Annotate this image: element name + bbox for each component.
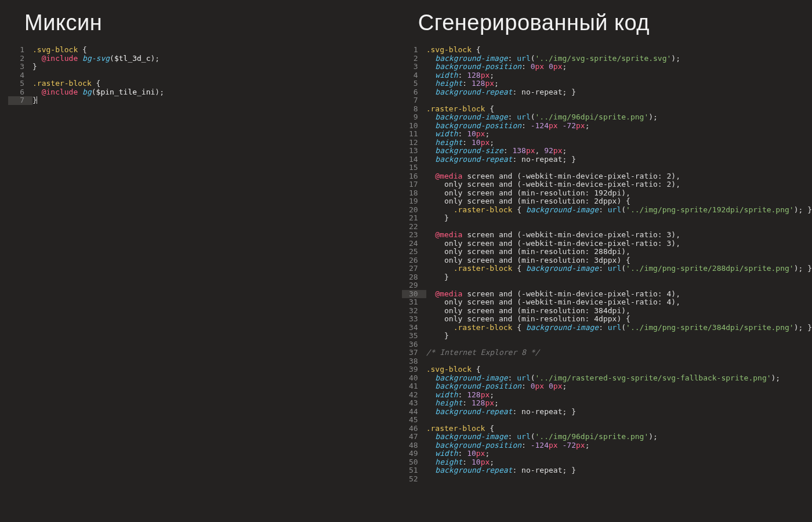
code-line[interactable]: 5 height: 128px;	[402, 79, 812, 88]
code-content[interactable]: background-image: url('../img/svg-sprite…	[426, 55, 812, 63]
code-line[interactable]: 6 background-repeat: no-repeat; }	[402, 88, 812, 97]
left-code-editor[interactable]: 1.svg-block {2 @include bg-svg($tl_3d_c)…	[0, 46, 394, 105]
code-line[interactable]: 19 only screen and (min-resolution: 2dpp…	[402, 197, 812, 206]
code-line[interactable]: 33 only screen and (min-resolution: 4dpp…	[402, 315, 812, 324]
code-line[interactable]: 26 only screen and (min-resolution: 3dpp…	[402, 256, 812, 265]
code-content[interactable]: background-position: -124px -72px;	[426, 441, 812, 450]
code-content[interactable]: .raster-block { background-image: url('.…	[426, 206, 812, 215]
code-content[interactable]: .svg-block {	[426, 46, 812, 55]
code-content[interactable]: background-image: url('../img/96dpi/spri…	[426, 113, 812, 122]
code-line[interactable]: 12 height: 10px;	[402, 139, 812, 147]
code-content[interactable]: only screen and (-webkit-min-device-pixe…	[426, 180, 812, 189]
code-content[interactable]: background-repeat: no-repeat; }	[426, 408, 812, 416]
code-line[interactable]: 46.raster-block {	[402, 425, 812, 433]
code-line[interactable]: 41 background-position: 0px 0px;	[402, 382, 812, 391]
code-content[interactable]: @media screen and (-webkit-min-device-pi…	[426, 172, 812, 181]
code-line[interactable]: 2 background-image: url('../img/svg-spri…	[402, 55, 812, 63]
code-line[interactable]: 37/* Internet Explorer 8 */	[402, 349, 812, 357]
code-content[interactable]: background-position: 0px 0px;	[426, 382, 812, 391]
code-line[interactable]: 27 .raster-block { background-image: url…	[402, 264, 812, 273]
code-content[interactable]: background-image: url('../img/96dpi/spri…	[426, 433, 812, 441]
code-content[interactable]: width: 10px;	[426, 449, 812, 458]
code-line[interactable]: 5.raster-block {	[8, 79, 394, 88]
code-line[interactable]: 16 @media screen and (-webkit-min-device…	[402, 172, 812, 181]
code-line[interactable]: 39.svg-block {	[402, 365, 812, 374]
code-line[interactable]: 8.raster-block {	[402, 105, 812, 114]
code-content[interactable]: @include bg-svg($tl_3d_c);	[32, 55, 394, 63]
code-line[interactable]: 51 background-repeat: no-repeat; }	[402, 466, 812, 475]
code-line[interactable]: 7}	[8, 96, 394, 105]
code-content[interactable]: background-size: 138px, 92px;	[426, 147, 812, 155]
code-line[interactable]: 40 background-image: url('../img/rastere…	[402, 374, 812, 383]
code-line[interactable]: 48 background-position: -124px -72px;	[402, 441, 812, 450]
code-line[interactable]: 34 .raster-block { background-image: url…	[402, 324, 812, 332]
code-content[interactable]: /* Internet Explorer 8 */	[426, 349, 812, 357]
code-line[interactable]: 44 background-repeat: no-repeat; }	[402, 408, 812, 416]
code-content[interactable]: background-position: 0px 0px;	[426, 63, 812, 71]
code-content[interactable]: background-repeat: no-repeat; }	[426, 155, 812, 164]
code-content[interactable]: @media screen and (-webkit-min-device-pi…	[426, 231, 812, 240]
code-line[interactable]: 30 @media screen and (-webkit-min-device…	[402, 290, 812, 299]
code-content[interactable]: height: 10px;	[426, 139, 812, 147]
code-line[interactable]: 3 background-position: 0px 0px;	[402, 63, 812, 71]
code-content[interactable]	[426, 164, 812, 172]
code-content[interactable]	[426, 475, 812, 484]
code-content[interactable]	[426, 340, 812, 349]
code-content[interactable]: @media screen and (-webkit-min-device-pi…	[426, 290, 812, 299]
code-line[interactable]: 29	[402, 281, 812, 290]
code-content[interactable]: height: 128px;	[426, 399, 812, 408]
code-line[interactable]: 43 height: 128px;	[402, 399, 812, 408]
code-content[interactable]: .raster-block { background-image: url('.…	[426, 264, 812, 273]
code-line[interactable]: 4 width: 128px;	[402, 71, 812, 80]
code-content[interactable]: background-repeat: no-repeat; }	[426, 466, 812, 475]
code-line[interactable]: 9 background-image: url('../img/96dpi/sp…	[402, 113, 812, 122]
code-line[interactable]: 50 height: 10px;	[402, 458, 812, 467]
code-line[interactable]: 36	[402, 340, 812, 349]
code-line[interactable]: 7	[402, 96, 812, 105]
code-content[interactable]: .svg-block {	[32, 46, 394, 55]
code-line[interactable]: 13 background-size: 138px, 92px;	[402, 147, 812, 155]
code-content[interactable]: }	[32, 63, 394, 71]
code-content[interactable]: only screen and (min-resolution: 192dpi)…	[426, 189, 812, 198]
code-line[interactable]: 24 only screen and (-webkit-min-device-p…	[402, 240, 812, 248]
code-line[interactable]: 22	[402, 223, 812, 231]
code-content[interactable]	[426, 416, 812, 425]
code-line[interactable]: 20 .raster-block { background-image: url…	[402, 206, 812, 215]
code-line[interactable]: 17 only screen and (-webkit-min-device-p…	[402, 180, 812, 189]
code-content[interactable]: background-repeat: no-repeat; }	[426, 88, 812, 97]
code-content[interactable]	[426, 357, 812, 366]
code-content[interactable]: }	[32, 96, 394, 105]
code-line[interactable]: 32 only screen and (min-resolution: 384d…	[402, 307, 812, 316]
code-line[interactable]: 35 }	[402, 332, 812, 340]
code-content[interactable]	[426, 281, 812, 290]
code-line[interactable]: 3}	[8, 63, 394, 71]
code-line[interactable]: 10 background-position: -124px -72px;	[402, 122, 812, 130]
code-content[interactable]: only screen and (min-resolution: 384dpi)…	[426, 307, 812, 316]
code-line[interactable]: 49 width: 10px;	[402, 449, 812, 458]
code-line[interactable]: 47 background-image: url('../img/96dpi/s…	[402, 433, 812, 441]
code-line[interactable]: 42 width: 128px;	[402, 391, 812, 400]
code-content[interactable]: only screen and (min-resolution: 2dppx) …	[426, 197, 812, 206]
code-line[interactable]: 18 only screen and (min-resolution: 192d…	[402, 189, 812, 198]
code-line[interactable]: 15	[402, 164, 812, 172]
code-content[interactable]: }	[426, 273, 812, 282]
code-content[interactable]: background-image: url('../img/rastered-s…	[426, 374, 812, 383]
code-content[interactable]: }	[426, 214, 812, 223]
code-content[interactable]: only screen and (-webkit-min-device-pixe…	[426, 240, 812, 248]
code-content[interactable]: only screen and (-webkit-min-device-pixe…	[426, 298, 812, 307]
code-content[interactable]: }	[426, 332, 812, 340]
code-line[interactable]: 23 @media screen and (-webkit-min-device…	[402, 231, 812, 240]
code-content[interactable]: .raster-block {	[426, 425, 812, 433]
code-line[interactable]: 38	[402, 357, 812, 366]
code-content[interactable]: height: 128px;	[426, 79, 812, 88]
code-content[interactable]	[426, 223, 812, 231]
code-line[interactable]: 14 background-repeat: no-repeat; }	[402, 155, 812, 164]
code-content[interactable]	[32, 71, 394, 80]
code-line[interactable]: 1.svg-block {	[8, 46, 394, 55]
right-code-editor[interactable]: 1.svg-block {2 background-image: url('..…	[394, 46, 812, 483]
code-content[interactable]: background-position: -124px -72px;	[426, 122, 812, 130]
code-content[interactable]	[426, 96, 812, 105]
code-line[interactable]: 11 width: 10px;	[402, 130, 812, 139]
code-line[interactable]: 1.svg-block {	[402, 46, 812, 55]
code-content[interactable]: only screen and (min-resolution: 3dppx) …	[426, 256, 812, 265]
